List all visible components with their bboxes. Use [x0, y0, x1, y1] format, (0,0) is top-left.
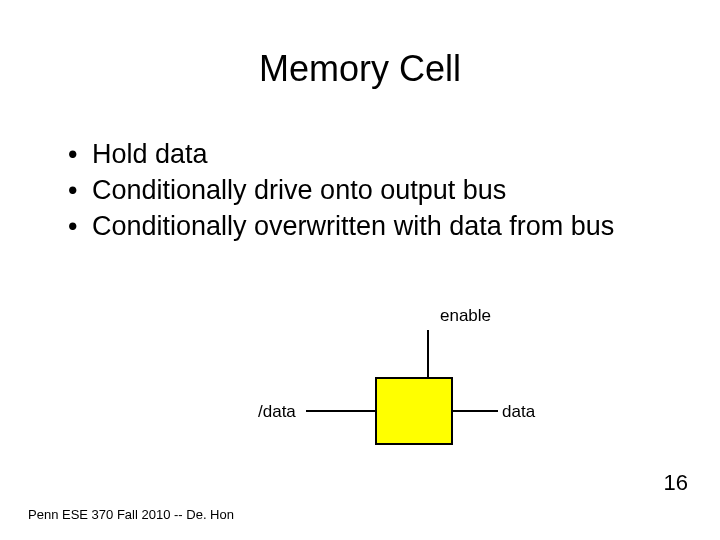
slide: Memory Cell • Hold data • Conditionally …: [0, 0, 720, 540]
list-item: • Conditionally overwritten with data fr…: [62, 210, 660, 244]
bullet-text: Hold data: [92, 138, 660, 172]
bullet-dot: •: [62, 138, 92, 172]
list-item: • Hold data: [62, 138, 660, 172]
bullet-dot: •: [62, 174, 92, 208]
enable-label: enable: [440, 306, 491, 326]
bullet-list: • Hold data • Conditionally drive onto o…: [62, 138, 660, 243]
footer-text: Penn ESE 370 Fall 2010 -- De. Hon: [28, 507, 234, 522]
bullet-dot: •: [62, 210, 92, 244]
svg-rect-1: [376, 378, 452, 444]
memory-cell-diagram: enable /data data: [260, 300, 560, 480]
bullet-text: Conditionally overwritten with data from…: [92, 210, 660, 244]
data-inv-label: /data: [258, 402, 296, 422]
diagram-svg: [260, 300, 560, 480]
list-item: • Conditionally drive onto output bus: [62, 174, 660, 208]
slide-title: Memory Cell: [0, 0, 720, 90]
data-label: data: [502, 402, 535, 422]
page-number: 16: [664, 470, 688, 496]
bullet-text: Conditionally drive onto output bus: [92, 174, 660, 208]
